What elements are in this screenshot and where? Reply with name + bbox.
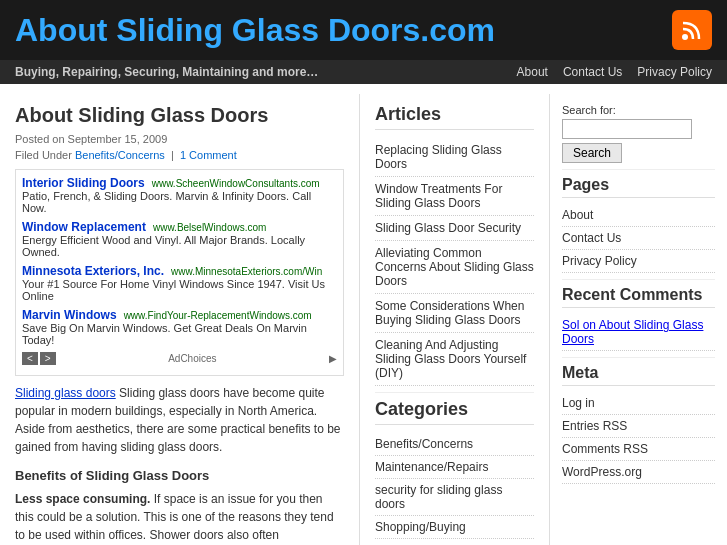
ad-url-2: www.BelselWindows.com: [153, 222, 266, 233]
meta-login[interactable]: Log in: [562, 396, 595, 410]
content-area: About Sliding Glass Doors Posted on Sept…: [0, 94, 360, 545]
search-label: Search for:: [562, 104, 715, 116]
search-button[interactable]: Search: [562, 143, 622, 163]
categories-heading: Categories: [375, 399, 534, 425]
category-link-4[interactable]: Shopping/Buying: [375, 520, 466, 534]
articles-list: Replacing Sliding Glass Doors Window Tre…: [375, 138, 534, 386]
list-item: WordPress.org: [562, 461, 715, 484]
article-link-5[interactable]: Some Considerations When Buying Sliding …: [375, 299, 524, 327]
nav-links: About Contact Us Privacy Policy: [517, 65, 712, 79]
ad-next-button[interactable]: >: [40, 352, 56, 365]
ad-desc-3: Your #1 Source For Home Vinyl Windows Si…: [22, 278, 337, 302]
ad-link-4[interactable]: Marvin Windows: [22, 308, 117, 322]
benefits-heading: Benefits of Sliding Glass Doors: [15, 466, 344, 486]
article-link-2[interactable]: Window Treatments For Sliding Glass Door…: [375, 182, 502, 210]
tagline: Buying, Repairing, Securing, Maintaining…: [15, 65, 318, 79]
list-item: Benefits/Concerns: [375, 433, 534, 456]
list-item: Window Treatments For Sliding Glass Door…: [375, 177, 534, 216]
post-date: Posted on September 15, 2009: [15, 133, 344, 145]
articles-heading: Articles: [375, 104, 534, 130]
category-link-2[interactable]: Maintenance/Repairs: [375, 460, 488, 474]
ad-desc-1: Patio, French, & Sliding Doors. Marvin &…: [22, 190, 337, 214]
sidebar: Search for: Search Pages About Contact U…: [550, 94, 727, 545]
list-item: Sol on About Sliding Glass Doors: [562, 314, 715, 351]
list-item: Privacy Policy: [562, 250, 715, 273]
recent-comment-link-1[interactable]: Sol on About Sliding Glass Doors: [562, 318, 703, 346]
svg-point-0: [682, 34, 688, 40]
search-section: Search for: Search: [562, 104, 715, 163]
divider: [375, 392, 534, 393]
meta-list: Log in Entries RSS Comments RSS WordPres…: [562, 392, 715, 484]
middle-column: Articles Replacing Sliding Glass Doors W…: [360, 94, 550, 545]
nav-privacy[interactable]: Privacy Policy: [637, 65, 712, 79]
nav-about[interactable]: About: [517, 65, 548, 79]
category-link-3[interactable]: security for sliding glass doors: [375, 483, 502, 511]
main-container: About Sliding Glass Doors Posted on Sept…: [0, 84, 727, 545]
recent-comments-list: Sol on About Sliding Glass Doors: [562, 314, 715, 351]
ad-choices-icon: ▶: [329, 353, 337, 364]
benefit1: Less space consuming. If space is an iss…: [15, 490, 344, 544]
list-item: Shopping/Buying: [375, 516, 534, 539]
list-item: security for sliding glass doors: [375, 479, 534, 516]
ad-link-1[interactable]: Interior Sliding Doors: [22, 176, 145, 190]
article-link-4[interactable]: Alleviating Common Concerns About Slidin…: [375, 246, 534, 288]
rss-icon[interactable]: [672, 10, 712, 50]
divider: [562, 357, 715, 358]
ad-item-3: Minnesota Exteriors, Inc. www.MinnesotaE…: [22, 264, 337, 302]
recent-comments-heading: Recent Comments: [562, 286, 715, 308]
page-link-contact[interactable]: Contact Us: [562, 231, 621, 245]
meta-comments-rss[interactable]: Comments RSS: [562, 442, 648, 456]
ad-link-2[interactable]: Window Replacement: [22, 220, 146, 234]
navbar: Buying, Repairing, Securing, Maintaining…: [0, 60, 727, 84]
ad-desc-4: Save Big On Marvin Windows. Get Great De…: [22, 322, 337, 346]
pages-heading: Pages: [562, 176, 715, 198]
list-item: Replacing Sliding Glass Doors: [375, 138, 534, 177]
list-item: Log in: [562, 392, 715, 415]
ad-url-1: www.ScheenWindowConsultants.com: [152, 178, 320, 189]
list-item: Alleviating Common Concerns About Slidin…: [375, 241, 534, 294]
ad-item-1: Interior Sliding Doors www.ScheenWindowC…: [22, 176, 337, 214]
ad-choices: AdChoices: [168, 353, 216, 364]
divider: [562, 279, 715, 280]
site-header: About Sliding Glass Doors.com: [0, 0, 727, 60]
ad-block: Interior Sliding Doors www.ScheenWindowC…: [15, 169, 344, 376]
page-link-about[interactable]: About: [562, 208, 593, 222]
ad-prev-button[interactable]: <: [22, 352, 38, 365]
meta-heading: Meta: [562, 364, 715, 386]
ad-navigation: < > AdChoices ▶: [22, 352, 337, 365]
ad-url-3: www.MinnesotaExteriors.com/Win: [171, 266, 322, 277]
article-link-3[interactable]: Sliding Glass Door Security: [375, 221, 521, 235]
list-item: Some Considerations When Buying Sliding …: [375, 294, 534, 333]
categories-list: Benefits/Concerns Maintenance/Repairs se…: [375, 433, 534, 545]
post-title: About Sliding Glass Doors: [15, 104, 344, 127]
ad-link-3[interactable]: Minnesota Exteriors, Inc.: [22, 264, 164, 278]
ad-arrows: < >: [22, 352, 56, 365]
list-item: Uncategorized: [375, 539, 534, 545]
site-title[interactable]: About Sliding Glass Doors.com: [15, 12, 495, 49]
list-item: Sliding Glass Door Security: [375, 216, 534, 241]
article-link-1[interactable]: Replacing Sliding Glass Doors: [375, 143, 502, 171]
comment-link[interactable]: 1 Comment: [180, 149, 237, 161]
ad-item-2: Window Replacement www.BelselWindows.com…: [22, 220, 337, 258]
ad-desc-2: Energy Efficient Wood and Vinyl. All Maj…: [22, 234, 337, 258]
page-link-privacy[interactable]: Privacy Policy: [562, 254, 637, 268]
article-body: Sliding glass doors Sliding glass doors …: [15, 384, 344, 544]
list-item: Cleaning And Adjusting Sliding Glass Doo…: [375, 333, 534, 386]
list-item: Maintenance/Repairs: [375, 456, 534, 479]
post-filed: Filed Under Benefits/Concerns | 1 Commen…: [15, 149, 344, 161]
body-link-sliding[interactable]: Sliding glass doors: [15, 386, 116, 400]
ad-item-4: Marvin Windows www.FindYour-ReplacementW…: [22, 308, 337, 346]
meta-wordpress[interactable]: WordPress.org: [562, 465, 642, 479]
search-input[interactable]: [562, 119, 692, 139]
list-item: Entries RSS: [562, 415, 715, 438]
meta-entries-rss[interactable]: Entries RSS: [562, 419, 627, 433]
pages-list: About Contact Us Privacy Policy: [562, 204, 715, 273]
list-item: Comments RSS: [562, 438, 715, 461]
category-link[interactable]: Benefits/Concerns: [75, 149, 165, 161]
article-link-6[interactable]: Cleaning And Adjusting Sliding Glass Doo…: [375, 338, 526, 380]
nav-contact[interactable]: Contact Us: [563, 65, 622, 79]
ad-url-4: www.FindYour-ReplacementWindows.com: [124, 310, 312, 321]
category-link-1[interactable]: Benefits/Concerns: [375, 437, 473, 451]
list-item: Contact Us: [562, 227, 715, 250]
list-item: About: [562, 204, 715, 227]
